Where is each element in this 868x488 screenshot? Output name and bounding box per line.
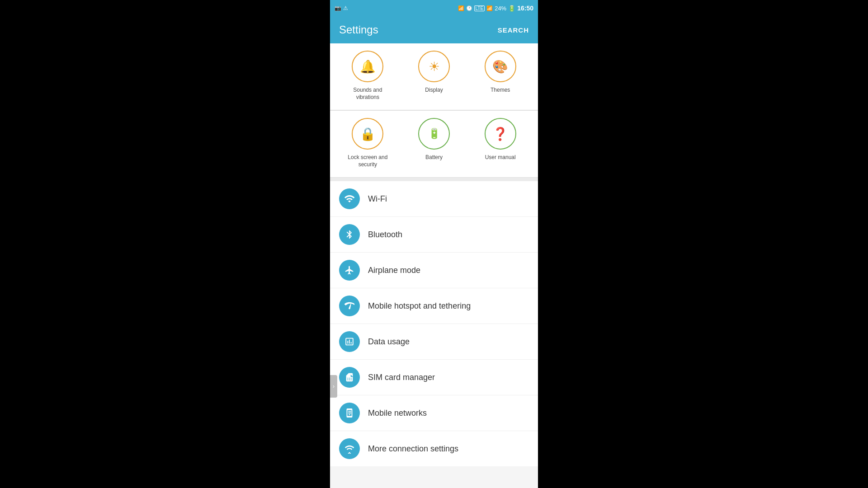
pull-tab[interactable]: › bbox=[330, 375, 337, 398]
sim-label: SIM card manager bbox=[368, 373, 435, 382]
data-usage-label: Data usage bbox=[368, 337, 410, 347]
sim-icon-list bbox=[339, 367, 360, 388]
list-item-data-usage[interactable]: Data usage bbox=[330, 324, 538, 360]
status-bar-right: 📶 🕐 LTE 📶 24% 🔋 16:50 bbox=[458, 5, 533, 12]
status-bar-left: 📷 ⚠ bbox=[335, 5, 348, 11]
themes-icon-circle: 🎨 bbox=[485, 51, 516, 82]
more-connection-icon bbox=[339, 438, 360, 459]
manual-icon-circle: ❓ bbox=[485, 118, 516, 150]
warning-icon: ⚠ bbox=[343, 5, 348, 11]
sounds-icon-circle: 🔔 bbox=[352, 51, 383, 82]
data-usage-icon bbox=[339, 331, 360, 352]
bluetooth-label: Bluetooth bbox=[368, 230, 402, 239]
settings-content: 🔔 Sounds andvibrations ☀ Display 🎨 Theme… bbox=[330, 43, 538, 488]
list-item-more-connection[interactable]: More connection settings bbox=[330, 431, 538, 466]
hotspot-icon bbox=[339, 296, 360, 316]
section-divider bbox=[330, 178, 538, 181]
settings-sounds[interactable]: 🔔 Sounds andvibrations bbox=[335, 51, 401, 101]
camera-icon: 📷 bbox=[335, 5, 341, 11]
clock-icon: 🕐 bbox=[466, 5, 472, 11]
second-icon-grid: 🔒 Lock screen andsecurity 🔋 Battery ❓ Us… bbox=[330, 110, 538, 178]
settings-user-manual[interactable]: ❓ User manual bbox=[467, 118, 533, 168]
list-item-bluetooth[interactable]: Bluetooth bbox=[330, 217, 538, 253]
list-item-wifi[interactable]: Wi-Fi bbox=[330, 181, 538, 217]
battery-icon-circle: 🔋 bbox=[418, 118, 450, 150]
list-item-sim[interactable]: SIM card manager bbox=[330, 360, 538, 395]
airplane-icon bbox=[339, 260, 360, 281]
phone-screen: 📷 ⚠ 📶 🕐 LTE 📶 24% 🔋 16:50 Settings SEARC… bbox=[330, 0, 538, 488]
wifi-label: Wi-Fi bbox=[368, 194, 387, 204]
mobile-networks-label: Mobile networks bbox=[368, 408, 427, 418]
sim-icon: 📶 bbox=[458, 5, 464, 11]
search-button[interactable]: SEARCH bbox=[498, 26, 529, 34]
settings-themes[interactable]: 🎨 Themes bbox=[467, 51, 533, 101]
battery-percent: 24% bbox=[495, 5, 506, 12]
status-bar: 📷 ⚠ 📶 🕐 LTE 📶 24% 🔋 16:50 bbox=[330, 0, 538, 16]
settings-battery[interactable]: 🔋 Battery bbox=[401, 118, 467, 168]
wifi-icon bbox=[339, 188, 360, 209]
more-connection-label: More connection settings bbox=[368, 444, 458, 454]
top-icon-grid: 🔔 Sounds andvibrations ☀ Display 🎨 Theme… bbox=[330, 43, 538, 110]
settings-display[interactable]: ☀ Display bbox=[401, 51, 467, 101]
manual-label: User manual bbox=[485, 154, 516, 161]
app-title: Settings bbox=[339, 23, 378, 36]
settings-lock-screen[interactable]: 🔒 Lock screen andsecurity bbox=[335, 118, 401, 168]
list-item-mobile-networks[interactable]: Mobile networks bbox=[330, 395, 538, 431]
lock-label: Lock screen andsecurity bbox=[348, 154, 387, 168]
mobile-networks-icon bbox=[339, 403, 360, 423]
signal-icon: 📶 bbox=[486, 5, 493, 11]
lte-indicator: LTE bbox=[474, 5, 485, 11]
time-display: 16:50 bbox=[517, 5, 533, 12]
battery-label: Battery bbox=[425, 154, 443, 161]
sounds-label: Sounds andvibrations bbox=[353, 87, 382, 101]
display-label: Display bbox=[425, 87, 443, 94]
battery-icon: 🔋 bbox=[508, 5, 515, 12]
connection-list: Wi-Fi Bluetooth bbox=[330, 181, 538, 466]
themes-label: Themes bbox=[491, 87, 510, 94]
app-bar: Settings SEARCH bbox=[330, 16, 538, 43]
list-item-hotspot[interactable]: Mobile hotspot and tethering bbox=[330, 288, 538, 324]
bluetooth-icon bbox=[339, 224, 360, 245]
hotspot-label: Mobile hotspot and tethering bbox=[368, 301, 471, 311]
lock-icon-circle: 🔒 bbox=[352, 118, 383, 150]
airplane-label: Airplane mode bbox=[368, 266, 420, 275]
list-item-airplane[interactable]: Airplane mode bbox=[330, 253, 538, 288]
display-icon-circle: ☀ bbox=[418, 51, 450, 82]
